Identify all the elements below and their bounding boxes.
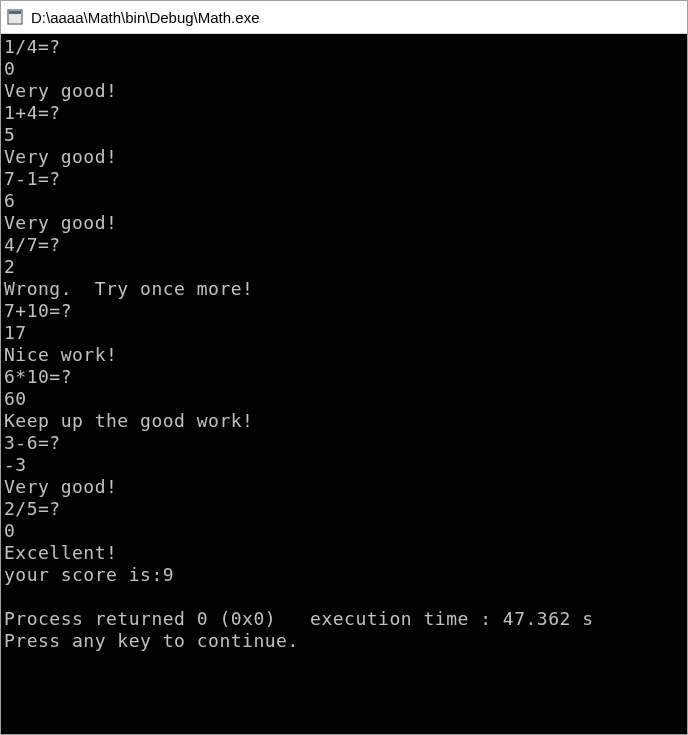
console-window: D:\aaaa\Math\bin\Debug\Math.exe 1/4=?0Ve… bbox=[0, 0, 688, 735]
console-line: Very good! bbox=[4, 80, 684, 102]
console-line: Very good! bbox=[4, 476, 684, 498]
console-line bbox=[4, 652, 684, 674]
console-line: 3-6=? bbox=[4, 432, 684, 454]
console-line: Excellent! bbox=[4, 542, 684, 564]
console-line: 0 bbox=[4, 58, 684, 80]
console-line: Nice work! bbox=[4, 344, 684, 366]
console-line: Keep up the good work! bbox=[4, 410, 684, 432]
console-line: Wrong. Try once more! bbox=[4, 278, 684, 300]
console-line: 4/7=? bbox=[4, 234, 684, 256]
console-line: -3 bbox=[4, 454, 684, 476]
console-line: Process returned 0 (0x0) execution time … bbox=[4, 608, 684, 630]
console-output[interactable]: 1/4=?0Very good!1+4=?5Very good!7-1=?6Ve… bbox=[1, 34, 687, 734]
console-line: your score is:9 bbox=[4, 564, 684, 586]
console-line: 60 bbox=[4, 388, 684, 410]
console-line: 6 bbox=[4, 190, 684, 212]
console-line: 5 bbox=[4, 124, 684, 146]
console-line: 7+10=? bbox=[4, 300, 684, 322]
console-line: 1/4=? bbox=[4, 36, 684, 58]
app-icon bbox=[7, 9, 23, 25]
console-line: Very good! bbox=[4, 146, 684, 168]
console-line: 17 bbox=[4, 322, 684, 344]
console-line bbox=[4, 586, 684, 608]
console-line: 0 bbox=[4, 520, 684, 542]
svg-rect-2 bbox=[9, 14, 21, 23]
console-line: 2 bbox=[4, 256, 684, 278]
console-line: 7-1=? bbox=[4, 168, 684, 190]
window-title: D:\aaaa\Math\bin\Debug\Math.exe bbox=[31, 9, 259, 26]
console-line: Very good! bbox=[4, 212, 684, 234]
console-line: Press any key to continue. bbox=[4, 630, 684, 652]
titlebar[interactable]: D:\aaaa\Math\bin\Debug\Math.exe bbox=[1, 1, 687, 34]
console-line: 2/5=? bbox=[4, 498, 684, 520]
console-line: 6*10=? bbox=[4, 366, 684, 388]
console-line: 1+4=? bbox=[4, 102, 684, 124]
svg-rect-1 bbox=[9, 11, 21, 14]
